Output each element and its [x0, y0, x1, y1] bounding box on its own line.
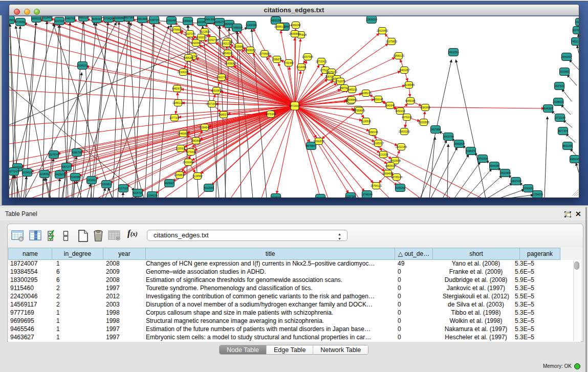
- svg-text:10334531: 10334531: [21, 171, 33, 174]
- svg-text:13754919: 13754919: [171, 28, 182, 31]
- svg-text:13910648: 13910648: [389, 159, 401, 162]
- svg-text:24425670: 24425670: [54, 173, 66, 176]
- svg-text:3131636: 3131636: [378, 153, 388, 156]
- svg-text:22992872: 22992872: [313, 140, 324, 143]
- svg-text:17559643: 17559643: [354, 109, 365, 112]
- svg-text:1890399: 1890399: [205, 18, 215, 21]
- svg-text:23188315: 23188315: [553, 100, 564, 103]
- svg-text:4679214: 4679214: [402, 116, 412, 119]
- svg-text:11584847: 11584847: [199, 126, 210, 129]
- svg-text:22306335: 22306335: [178, 71, 189, 74]
- svg-text:9214491: 9214491: [296, 65, 307, 69]
- svg-text:14401657: 14401657: [399, 69, 410, 72]
- svg-text:13241736: 13241736: [207, 38, 218, 41]
- svg-text:8685577: 8685577: [219, 113, 229, 116]
- svg-text:6128503: 6128503: [361, 120, 371, 123]
- svg-text:4050413: 4050413: [395, 110, 405, 113]
- svg-text:6742460: 6742460: [284, 61, 294, 64]
- svg-text:20994697: 20994697: [382, 172, 394, 175]
- svg-text:8134562: 8134562: [192, 174, 203, 178]
- svg-text:20580115: 20580115: [393, 54, 404, 57]
- svg-text:13732411: 13732411: [316, 60, 327, 63]
- svg-text:19299464: 19299464: [114, 16, 125, 19]
- svg-text:8359183: 8359183: [405, 99, 416, 102]
- svg-text:18922760: 18922760: [216, 76, 227, 79]
- svg-text:24641507: 24641507: [561, 55, 572, 58]
- svg-text:8489709: 8489709: [65, 17, 75, 20]
- svg-text:14460856: 14460856: [178, 132, 189, 135]
- svg-text:16213925: 16213925: [199, 30, 210, 33]
- svg-text:22053595: 22053595: [418, 121, 429, 124]
- svg-text:9816145: 9816145: [373, 98, 383, 101]
- svg-text:20772475: 20772475: [9, 170, 19, 173]
- svg-text:13421212: 13421212: [221, 42, 232, 45]
- svg-text:4735650: 4735650: [15, 20, 26, 24]
- svg-text:18992829: 18992829: [453, 142, 465, 145]
- svg-text:22744459: 22744459: [259, 52, 270, 55]
- svg-text:1218062: 1218062: [39, 172, 50, 176]
- svg-text:3220921: 3220921: [176, 147, 186, 150]
- svg-text:23971842: 23971842: [206, 102, 217, 105]
- svg-text:5641643: 5641643: [385, 104, 395, 107]
- svg-text:13701506: 13701506: [477, 157, 488, 160]
- svg-text:9217207: 9217207: [54, 19, 64, 23]
- svg-text:3333883: 3333883: [559, 70, 570, 73]
- svg-text:15165337: 15165337: [373, 142, 384, 145]
- svg-text:16510878: 16510878: [211, 89, 222, 92]
- svg-text:8079409: 8079409: [186, 150, 196, 154]
- svg-text:2077105: 2077105: [169, 116, 180, 119]
- svg-text:8369062: 8369062: [291, 24, 301, 27]
- svg-text:1839221: 1839221: [31, 17, 41, 20]
- svg-text:19085076: 19085076: [360, 92, 372, 95]
- svg-text:9875847: 9875847: [306, 144, 316, 147]
- svg-text:8336273: 8336273: [214, 20, 225, 24]
- svg-text:23833160: 23833160: [399, 130, 410, 133]
- svg-text:11881122: 11881122: [172, 101, 184, 104]
- svg-text:3644095: 3644095: [489, 164, 499, 167]
- svg-text:5682115: 5682115: [78, 16, 88, 19]
- svg-text:5685216: 5685216: [347, 88, 357, 91]
- svg-text:3917183: 3917183: [124, 16, 134, 19]
- svg-text:2457954: 2457954: [430, 128, 441, 131]
- svg-text:19523409: 19523409: [499, 171, 511, 174]
- svg-text:23706266: 23706266: [103, 17, 114, 20]
- svg-text:12920906: 12920906: [190, 41, 202, 45]
- svg-text:24090883: 24090883: [289, 32, 300, 35]
- svg-text:13146585: 13146585: [403, 83, 415, 86]
- svg-text:18754131: 18754131: [371, 184, 382, 187]
- svg-text:20031404: 20031404: [183, 161, 194, 164]
- svg-text:15180586: 15180586: [70, 176, 81, 179]
- svg-text:6357277: 6357277: [61, 165, 72, 168]
- svg-text:4439167: 4439167: [92, 17, 102, 20]
- svg-text:15375853: 15375853: [386, 40, 397, 43]
- svg-text:10057945: 10057945: [302, 55, 313, 58]
- svg-text:22455603: 22455603: [9, 18, 15, 21]
- svg-text:20372723: 20372723: [572, 29, 579, 32]
- svg-text:11558837: 11558837: [174, 173, 185, 177]
- svg-text:10710248: 10710248: [554, 116, 565, 119]
- svg-text:2580963: 2580963: [420, 106, 430, 109]
- svg-text:8396759: 8396759: [72, 151, 82, 154]
- svg-text:19832259: 19832259: [270, 19, 281, 22]
- svg-text:21200396: 21200396: [246, 24, 257, 27]
- svg-text:8029889: 8029889: [234, 45, 244, 48]
- svg-text:22093651: 22093651: [522, 187, 534, 190]
- svg-text:19285201: 19285201: [77, 64, 88, 67]
- svg-text:2876966: 2876966: [266, 113, 276, 116]
- svg-text:6217026: 6217026: [118, 187, 128, 190]
- svg-text:18724007: 18724007: [289, 104, 300, 107]
- svg-text:8224730: 8224730: [133, 191, 143, 194]
- svg-text:9983893: 9983893: [191, 139, 201, 142]
- svg-text:12416912: 12416912: [86, 179, 97, 182]
- svg-text:8811165: 8811165: [563, 144, 573, 147]
- svg-text:10323815: 10323815: [101, 183, 112, 186]
- svg-text:3395870: 3395870: [272, 58, 282, 61]
- svg-text:20615450: 20615450: [377, 29, 388, 32]
- svg-text:21012166: 21012166: [396, 145, 407, 148]
- svg-text:5793975: 5793975: [335, 80, 345, 83]
- svg-text:17956909: 17956909: [231, 26, 243, 29]
- svg-text:6482877: 6482877: [172, 87, 182, 90]
- svg-text:15076749: 15076749: [48, 153, 59, 156]
- svg-text:21257684: 21257684: [345, 195, 356, 198]
- svg-text:8646997: 8646997: [543, 107, 553, 110]
